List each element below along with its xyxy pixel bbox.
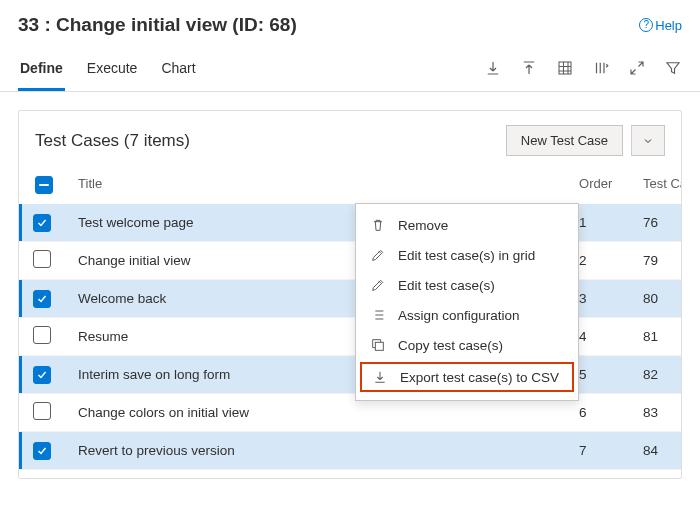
menu-item-label: Edit test case(s) in grid — [398, 248, 535, 263]
row-testcase-id: 83 — [633, 394, 681, 432]
menu-item-label: Edit test case(s) — [398, 278, 495, 293]
row-order: 7 — [569, 432, 633, 470]
table-row[interactable]: Test welcome page176 — [19, 204, 681, 242]
row-checkbox[interactable] — [33, 366, 51, 384]
table-row[interactable]: Interim save on long form582 — [19, 356, 681, 394]
row-checkbox[interactable] — [33, 402, 51, 420]
table-row[interactable]: Resume481 — [19, 318, 681, 356]
select-all-checkbox[interactable] — [35, 176, 53, 194]
filter-icon[interactable] — [664, 59, 682, 77]
row-checkbox[interactable] — [33, 214, 51, 232]
menu-item-edit-test-case-s[interactable]: Edit test case(s) — [356, 270, 578, 300]
tab-chart[interactable]: Chart — [159, 50, 197, 91]
row-testcase-id: 76 — [633, 204, 681, 242]
menu-item-edit-test-case-s-in-grid[interactable]: Edit test case(s) in grid — [356, 240, 578, 270]
tab-execute[interactable]: Execute — [85, 50, 140, 91]
row-title: Test welcome page — [78, 215, 194, 230]
row-testcase-id: 84 — [633, 432, 681, 470]
menu-item-label: Copy test case(s) — [398, 338, 503, 353]
row-title: Change initial view — [78, 253, 191, 268]
help-link[interactable]: ? Help — [639, 18, 682, 33]
copy-icon — [370, 337, 386, 353]
row-title: Change colors on initial view — [78, 405, 249, 420]
columns-icon[interactable] — [592, 59, 610, 77]
new-test-case-button[interactable]: New Test Case — [506, 125, 623, 156]
row-testcase-id: 80 — [633, 280, 681, 318]
help-label: Help — [655, 18, 682, 33]
menu-item-assign-configuration[interactable]: Assign configuration — [356, 300, 578, 330]
row-title: Interim save on long form — [78, 367, 230, 382]
expand-icon[interactable] — [628, 59, 646, 77]
grid-icon[interactable] — [556, 59, 574, 77]
svg-rect-4 — [375, 342, 383, 350]
table-row[interactable]: Revert to previous version784 — [19, 432, 681, 470]
row-testcase-id: 81 — [633, 318, 681, 356]
row-title: Resume — [78, 329, 128, 344]
row-testcase-id: 82 — [633, 356, 681, 394]
row-title: Welcome back — [78, 291, 166, 306]
row-checkbox[interactable] — [33, 250, 51, 268]
context-menu: RemoveEdit test case(s) in gridEdit test… — [355, 203, 579, 401]
menu-item-remove[interactable]: Remove — [356, 210, 578, 240]
row-title: Revert to previous version — [78, 443, 235, 458]
menu-item-export-test-case-s-to-csv[interactable]: Export test case(s) to CSV — [360, 362, 574, 392]
row-checkbox[interactable] — [33, 326, 51, 344]
column-header-testcase[interactable]: Test Ca — [633, 166, 681, 204]
table-row[interactable]: Change initial view279 — [19, 242, 681, 280]
column-header-title[interactable]: Title — [68, 166, 569, 204]
column-header-order[interactable]: Order — [569, 166, 633, 204]
pencil-icon — [370, 277, 386, 293]
page-title: 33 : Change initial view (ID: 68) — [18, 14, 297, 36]
download-icon — [372, 369, 388, 385]
row-testcase-id: 79 — [633, 242, 681, 280]
row-checkbox[interactable] — [33, 290, 51, 308]
help-icon: ? — [639, 18, 653, 32]
trash-icon — [370, 217, 386, 233]
menu-item-label: Assign configuration — [398, 308, 520, 323]
svg-rect-0 — [559, 62, 571, 74]
menu-item-label: Remove — [398, 218, 448, 233]
new-test-case-dropdown[interactable] — [631, 125, 665, 156]
card-title: Test Cases (7 items) — [35, 131, 190, 151]
download-icon[interactable] — [484, 59, 502, 77]
tab-define[interactable]: Define — [18, 50, 65, 91]
menu-item-label: Export test case(s) to CSV — [400, 370, 559, 385]
table-row[interactable]: Change colors on initial view683 — [19, 394, 681, 432]
pencil-icon — [370, 247, 386, 263]
menu-item-copy-test-case-s[interactable]: Copy test case(s) — [356, 330, 578, 360]
list-icon — [370, 307, 386, 323]
row-checkbox[interactable] — [33, 442, 51, 460]
table-row[interactable]: Welcome back380 — [19, 280, 681, 318]
upload-icon[interactable] — [520, 59, 538, 77]
